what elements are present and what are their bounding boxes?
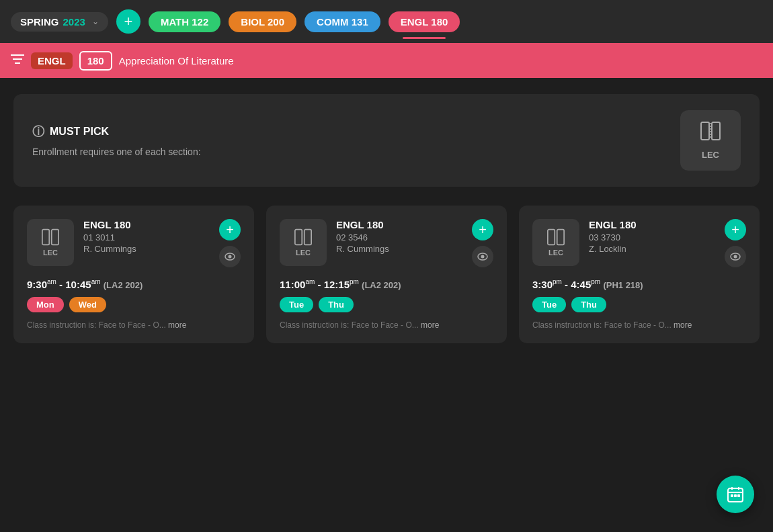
section-instructor-1: R. Cummings: [83, 244, 210, 254]
svg-rect-28: [734, 494, 737, 497]
section-desc-3: Class instruction is: Face to Face - O..…: [532, 320, 746, 330]
section-instructor-3: Z. Locklin: [589, 244, 715, 254]
day-thu-badge-2: Thu: [319, 297, 354, 312]
more-link-3[interactable]: more: [674, 320, 692, 330]
semester-year: 2023: [63, 16, 85, 28]
svg-point-14: [229, 255, 232, 259]
floating-calendar-button[interactable]: [717, 476, 754, 513]
must-pick-title: ⓘ MUST PICK: [32, 124, 661, 140]
course-header-bar: ENGL 180 Appreciation Of Literature: [0, 43, 773, 78]
section-id-1: 01 3011: [83, 232, 210, 242]
eye-button-2[interactable]: [472, 246, 493, 267]
svg-rect-3: [701, 122, 709, 140]
tab-biol200[interactable]: BIOL 200: [229, 11, 296, 32]
section-card-top-1: LEC ENGL 180 01 3011 R. Cummings +: [27, 219, 241, 267]
days-row-2: Tue Thu: [280, 297, 493, 312]
svg-rect-15: [295, 230, 302, 245]
course-number-badge: 180: [79, 51, 112, 71]
section-lec-icon-1: LEC: [27, 219, 74, 266]
section-course-name-3: ENGL 180: [589, 219, 715, 230]
chevron-down-icon: ⌄: [92, 17, 99, 26]
section-actions-1: +: [219, 219, 241, 267]
days-row-1: Mon Wed: [27, 297, 241, 312]
semester-season: SPRING: [20, 16, 59, 28]
more-link-2[interactable]: more: [421, 320, 439, 330]
section-card-3: LEC ENGL 180 03 3730 Z. Locklin +: [519, 206, 760, 343]
semester-selector[interactable]: SPRING 2023 ⌄: [11, 12, 108, 32]
svg-point-18: [481, 255, 485, 259]
add-section-button-3[interactable]: +: [725, 219, 746, 240]
must-pick-text: ⓘ MUST PICK Enrollment requires one of e…: [32, 124, 661, 157]
svg-rect-29: [737, 494, 740, 497]
section-instructor-2: R. Cummings: [336, 244, 462, 254]
more-link-1[interactable]: more: [168, 320, 186, 330]
section-card-1: LEC ENGL 180 01 3011 R. Cummings +: [13, 206, 254, 343]
section-desc-2: Class instruction is: Face to Face - O..…: [280, 320, 493, 330]
top-nav: SPRING 2023 ⌄ + MATH 122 BIOL 200 COMM 1…: [0, 0, 773, 43]
lec-label: LEC: [702, 150, 719, 160]
calendar-icon: [727, 486, 744, 503]
section-card-2: LEC ENGL 180 02 3546 R. Cummings +: [266, 206, 507, 343]
eye-button-3[interactable]: [725, 246, 746, 267]
section-course-name-1: ENGL 180: [83, 219, 210, 230]
section-time-3: 3:30pm - 4:45pm (PH1 218): [532, 278, 746, 290]
tab-engl180[interactable]: ENGL 180: [389, 11, 460, 32]
svg-point-22: [734, 255, 737, 259]
day-tue-badge-3: Tue: [532, 297, 566, 312]
section-lec-icon-3: LEC: [532, 219, 579, 266]
svg-rect-16: [304, 230, 311, 245]
eye-button-1[interactable]: [219, 246, 241, 267]
course-title: Appreciation Of Literature: [119, 55, 234, 66]
svg-rect-4: [712, 122, 720, 140]
tab-math122[interactable]: MATH 122: [149, 11, 220, 32]
days-row-3: Tue Thu: [532, 297, 746, 312]
course-dept-badge: ENGL: [31, 52, 73, 69]
section-lec-icon-2: LEC: [280, 219, 327, 266]
add-section-button-1[interactable]: +: [219, 219, 241, 240]
lec-icon-box: LEC: [680, 110, 741, 171]
section-time-2: 11:00am - 12:15pm (LA2 202): [280, 278, 493, 290]
section-card-top-3: LEC ENGL 180 03 3730 Z. Locklin +: [532, 219, 746, 267]
section-time-1: 9:30am - 10:45am (LA2 202): [27, 278, 241, 290]
day-wed-badge: Wed: [69, 297, 106, 312]
day-thu-badge-3: Thu: [571, 297, 606, 312]
day-mon-badge: Mon: [27, 297, 64, 312]
info-icon: ⓘ: [32, 124, 44, 140]
section-id-2: 02 3546: [336, 232, 462, 242]
svg-rect-11: [42, 230, 49, 245]
day-tue-badge-2: Tue: [280, 297, 313, 312]
section-id-3: 03 3730: [589, 232, 715, 242]
tab-active-underline: [403, 37, 446, 39]
tab-comm131[interactable]: COMM 131: [304, 11, 380, 32]
svg-rect-20: [557, 230, 564, 245]
add-course-button[interactable]: +: [116, 9, 140, 34]
section-actions-3: +: [725, 219, 746, 267]
must-pick-card: ⓘ MUST PICK Enrollment requires one of e…: [13, 94, 760, 187]
section-info-3: ENGL 180 03 3730 Z. Locklin: [589, 219, 715, 254]
section-desc-1: Class instruction is: Face to Face - O..…: [27, 320, 241, 330]
tab-engl180-inner: ENGL 180: [389, 11, 460, 32]
section-course-name-2: ENGL 180: [336, 219, 462, 230]
sections-row: LEC ENGL 180 01 3011 R. Cummings +: [13, 206, 760, 343]
book-icon: [700, 121, 721, 146]
section-info-1: ENGL 180 01 3011 R. Cummings: [83, 219, 210, 254]
svg-rect-12: [52, 230, 58, 245]
add-section-button-2[interactable]: +: [472, 219, 493, 240]
section-actions-2: +: [472, 219, 493, 267]
main-content: ⓘ MUST PICK Enrollment requires one of e…: [0, 78, 773, 359]
section-card-top-2: LEC ENGL 180 02 3546 R. Cummings +: [280, 219, 493, 267]
svg-rect-19: [548, 230, 555, 245]
svg-rect-27: [731, 494, 733, 497]
must-pick-desc: Enrollment requires one of each section:: [32, 146, 661, 157]
filter-icon[interactable]: [11, 54, 24, 68]
section-info-2: ENGL 180 02 3546 R. Cummings: [336, 219, 462, 254]
